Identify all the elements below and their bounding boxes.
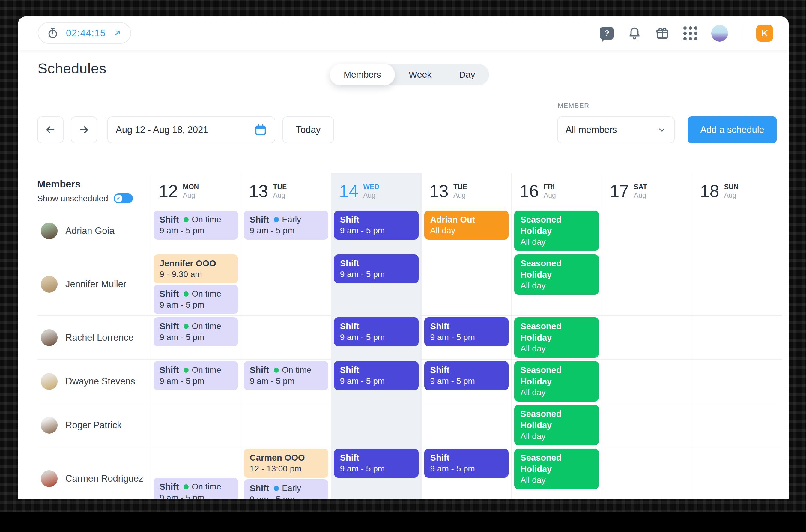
- holiday-card[interactable]: Seasoned HolidayAll day: [514, 361, 599, 402]
- notifications-bell-icon[interactable]: [628, 26, 641, 40]
- day-header-18-sun: 18SUNAug: [692, 173, 782, 209]
- holiday-card[interactable]: Seasoned HolidayAll day: [514, 210, 599, 251]
- schedule-cell[interactable]: [421, 253, 512, 316]
- member-avatar: [41, 223, 58, 239]
- schedule-cell[interactable]: [241, 403, 331, 447]
- prev-week-button[interactable]: [37, 116, 63, 143]
- schedule-cell[interactable]: Seasoned HolidayAll day: [511, 316, 601, 360]
- ooo-card[interactable]: Carmen OOO12 - 13:00 pm: [244, 449, 328, 478]
- shift-card[interactable]: ShiftOn time9 am - 5 pm: [154, 285, 238, 314]
- show-unscheduled-toggle[interactable]: ✓: [114, 193, 133, 203]
- schedule-cell[interactable]: Shift9 am - 5 pm: [421, 316, 512, 360]
- user-avatar[interactable]: [711, 25, 728, 42]
- day-header-12-mon: 12MONAug: [151, 173, 241, 209]
- tab-day[interactable]: Day: [445, 64, 489, 86]
- schedule-cell[interactable]: [601, 360, 692, 403]
- schedule-cell[interactable]: Shift9 am - 5 pm: [331, 360, 421, 403]
- add-schedule-button[interactable]: Add a schedule: [688, 116, 776, 143]
- schedule-cell[interactable]: Adrian OutAll day: [421, 209, 512, 253]
- schedule-cell[interactable]: ShiftOn time9 am - 5 pm: [151, 209, 241, 253]
- schedule-cell[interactable]: [601, 447, 692, 499]
- schedule-cell[interactable]: [601, 316, 692, 360]
- day-month: Aug: [363, 191, 379, 200]
- schedule-cell[interactable]: ShiftOn time9 am - 5 pm: [151, 447, 241, 499]
- shift-card[interactable]: ShiftOn time9 am - 5 pm: [154, 210, 238, 240]
- schedule-cell[interactable]: [421, 403, 512, 447]
- status-dot-on_time: [184, 291, 189, 297]
- schedule-cell[interactable]: [692, 253, 782, 316]
- schedule-cell[interactable]: Shift9 am - 5 pm: [331, 316, 421, 360]
- schedule-cell[interactable]: [601, 403, 692, 447]
- schedule-cell[interactable]: [241, 253, 331, 316]
- schedule-cell[interactable]: Jennifer OOO9 - 9:30 amShiftOn time9 am …: [151, 253, 241, 316]
- schedule-cell[interactable]: [692, 403, 782, 447]
- schedule-cell[interactable]: Shift9 am - 5 pm: [331, 447, 421, 499]
- day-header-13-tue: 13TUEAug: [241, 173, 331, 209]
- today-button[interactable]: Today: [283, 116, 334, 143]
- schedule-cell[interactable]: Seasoned HolidayAll day: [511, 403, 601, 447]
- holiday-card[interactable]: Seasoned HolidayAll day: [514, 405, 599, 445]
- schedule-cell[interactable]: Shift9 am - 5 pm: [331, 253, 421, 316]
- help-icon[interactable]: ?: [600, 27, 614, 40]
- tab-members[interactable]: Members: [330, 64, 395, 86]
- workspace-badge[interactable]: K: [756, 25, 773, 42]
- member-row-rachel-lorrence: Rachel Lorrence: [37, 316, 151, 360]
- holiday-card[interactable]: Seasoned HolidayAll day: [514, 317, 599, 358]
- schedule-cell[interactable]: Shift9 am - 5 pm: [331, 209, 421, 253]
- next-week-button[interactable]: [71, 116, 97, 143]
- schedule-cell[interactable]: Seasoned HolidayAll day: [511, 253, 601, 316]
- shift-card[interactable]: ShiftEarly9 am - 5 pm: [244, 210, 328, 240]
- date-range-picker[interactable]: Aug 12 - Aug 18, 2021: [107, 116, 275, 143]
- schedule-cell[interactable]: Seasoned HolidayAll day: [511, 209, 601, 253]
- topbar-divider: [742, 24, 743, 42]
- schedule-cell[interactable]: [241, 316, 331, 360]
- timer-widget[interactable]: 02:44:15: [38, 22, 131, 44]
- ooo-card[interactable]: Jennifer OOO9 - 9:30 am: [154, 254, 238, 283]
- schedule-cell[interactable]: [601, 209, 692, 253]
- schedule-cell[interactable]: Shift9 am - 5 pm: [421, 360, 512, 403]
- holiday-card[interactable]: Seasoned HolidayAll day: [514, 254, 599, 295]
- schedule-cell[interactable]: Shift9 am - 5 pm: [421, 447, 512, 499]
- card-time: All day: [520, 475, 593, 486]
- schedule-cell[interactable]: ShiftOn time9 am - 5 pm: [151, 316, 241, 360]
- holiday-card[interactable]: Seasoned HolidayAll day: [514, 449, 599, 489]
- gift-icon[interactable]: [655, 26, 670, 40]
- schedule-cell[interactable]: Seasoned HolidayAll day: [511, 447, 601, 499]
- schedule-cell[interactable]: [692, 316, 782, 360]
- open-timer-icon[interactable]: [113, 28, 122, 37]
- card-time: 9 am - 5 pm: [159, 376, 232, 386]
- out-card[interactable]: Adrian OutAll day: [424, 210, 509, 240]
- schedule-cell[interactable]: [692, 209, 782, 253]
- schedule-cell[interactable]: Seasoned HolidayAll day: [511, 360, 601, 403]
- shift-card[interactable]: Shift9 am - 5 pm: [424, 449, 509, 478]
- shift-card[interactable]: ShiftOn time9 am - 5 pm: [154, 361, 238, 390]
- tab-week[interactable]: Week: [395, 64, 445, 86]
- shift-card[interactable]: ShiftOn time9 am - 5 pm: [154, 478, 238, 499]
- schedule-cell[interactable]: ShiftEarly9 am - 5 pm: [241, 209, 331, 253]
- schedule-cell[interactable]: ShiftOn time9 am - 5 pm: [241, 360, 331, 403]
- schedule-cell[interactable]: [601, 253, 692, 316]
- member-filter-select[interactable]: All members: [557, 116, 675, 143]
- shift-card[interactable]: Shift9 am - 5 pm: [334, 449, 419, 478]
- shift-card[interactable]: Shift9 am - 5 pm: [334, 317, 419, 346]
- apps-grid-icon[interactable]: [683, 26, 697, 40]
- card-title: Shift: [340, 214, 359, 225]
- shift-card[interactable]: Shift9 am - 5 pm: [424, 361, 509, 390]
- shift-card[interactable]: ShiftOn time9 am - 5 pm: [154, 317, 238, 346]
- shift-card[interactable]: Shift9 am - 5 pm: [424, 317, 509, 346]
- card-title: Shift: [340, 258, 359, 269]
- schedule-cell[interactable]: [692, 360, 782, 403]
- card-title: Shift: [159, 481, 179, 492]
- schedule-cell[interactable]: [692, 447, 782, 499]
- schedule-cell[interactable]: [331, 403, 421, 447]
- shift-card[interactable]: Shift9 am - 5 pm: [334, 361, 419, 390]
- schedule-cell[interactable]: ShiftOn time9 am - 5 pm: [151, 360, 241, 403]
- card-time: 9 am - 5 pm: [250, 376, 322, 386]
- shift-card[interactable]: ShiftOn time9 am - 5 pm: [244, 361, 328, 390]
- schedule-cell[interactable]: Carmen OOO12 - 13:00 pmShiftEarly9 am - …: [241, 447, 331, 499]
- day-number: 13: [249, 181, 268, 201]
- shift-card[interactable]: ShiftEarly9 am - 5 pm: [244, 479, 328, 499]
- shift-card[interactable]: Shift9 am - 5 pm: [334, 210, 419, 240]
- shift-card[interactable]: Shift9 am - 5 pm: [334, 254, 419, 283]
- schedule-cell[interactable]: [151, 403, 241, 447]
